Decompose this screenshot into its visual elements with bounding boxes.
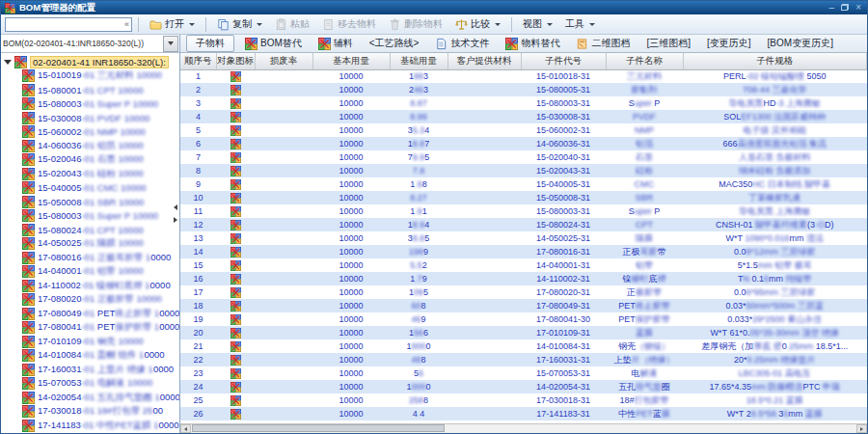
tree-item[interactable]: 15-020046-01 石墨 10000 [1, 153, 179, 168]
col-header-part-code[interactable]: 子件代号 [521, 53, 606, 69]
cell-basic-qty: 10000 [312, 96, 390, 110]
col-header-part-name[interactable]: 子件名称 [606, 53, 683, 69]
minimize-button[interactable]: – [829, 3, 835, 13]
scrollbar-track[interactable] [191, 424, 856, 433]
tree-item[interactable]: 14-010084-01 盖帽 组件 10000 [1, 349, 179, 364]
copy-button[interactable]: 复制 [212, 15, 267, 33]
col-header-customer-material[interactable]: 客户提供材料 [448, 53, 521, 69]
table-row[interactable]: 10100008.2715-050008-31SBR丁苯橡胶乳液 [180, 191, 867, 204]
col-header-part-spec[interactable]: 子件规格 [683, 53, 867, 69]
toolbar-separator [205, 17, 206, 32]
tree-item[interactable]: 15-070053-01 电解液 10000 [1, 377, 179, 392]
tree-item[interactable]: 15-050008-01 SBR 10000 [1, 195, 179, 209]
tree-item[interactable]: 15-040005-01 CMC 10000 [1, 181, 179, 196]
bom-icon [231, 409, 241, 420]
tools-button[interactable]: 工具 [560, 15, 600, 33]
col-header-object-icon[interactable]: 对象图标 [216, 53, 255, 69]
table-row[interactable]: 4100008.9915-030008-31PVDFSOLEF1300 法国苏威… [180, 110, 867, 123]
tree-item[interactable]: 17-080041-01 PET保护胶带 10000 [1, 321, 179, 336]
splitter-expand-right-arrow[interactable] [174, 217, 177, 223]
tree-item[interactable]: 15-080024-01 CPT 10000 [1, 223, 179, 237]
tree-item[interactable]: 17-030018-01 18#打包带 2500 [1, 405, 179, 420]
cell-object-icon [216, 353, 255, 366]
tree-item[interactable]: 17-160031-01 上垫片 绝缘 10000 [1, 363, 179, 377]
table-row[interactable]: 131000038.8514-050025-31隔膜W*T 1090*0.016… [180, 231, 867, 245]
tree-item[interactable]: 14-040001-01 铝带 10000 [1, 265, 179, 280]
bom-selector[interactable]: BOM(02-020401-41:INR18650-320(L)) [1, 39, 163, 48]
table-row[interactable]: 11100001.9115-080003-31Super P导电炭黑 上海腾敏 [180, 204, 867, 218]
close-button[interactable]: × [855, 3, 861, 13]
tab-7[interactable]: [三维图档] [640, 36, 696, 51]
collapse-chevron-icon[interactable]: « [124, 20, 129, 29]
scroll-right-button[interactable] [856, 424, 867, 433]
tree-item[interactable]: 17-141183-01 中性PET蓝膜 10000 [1, 419, 179, 433]
tab-3[interactable]: <工艺路线> [364, 36, 425, 51]
tree-item[interactable]: 17-080020-01 正极胶带 10000 [1, 293, 179, 308]
tree-root-node[interactable]: 02-020401-41 INR18650-320(L): [1, 55, 179, 69]
tree-item[interactable]: 15-030008-01 PVDF 10000 [1, 111, 179, 125]
restore-button[interactable] [841, 3, 849, 13]
table-row[interactable]: 51000035.3415-060002-31NMP电子级 滨州裕能 [180, 123, 867, 137]
table-row[interactable]: 23100005615-070053-31电解液LBC305-01 高电压 [180, 366, 867, 380]
table-row[interactable]: 71000079.9515-020040-31石墨人造石墨 负极材料 [180, 150, 867, 164]
scroll-left-button[interactable] [180, 424, 191, 433]
tree-item[interactable]: 15-020043-01 硅粉 10000 [1, 167, 179, 181]
table-row[interactable]: 9100001.9815-040005-31CMCMAC350HC 日本制纸 羧… [180, 177, 867, 191]
horizontal-scrollbar[interactable] [180, 423, 867, 433]
table-row[interactable]: 121000018.9415-080024-31CPTCNSH-01 羧甲基纤维… [180, 218, 867, 231]
table-row[interactable]: 15100005.5214-040001-31铝带5*1.5mm 铝带 极耳 [180, 258, 867, 272]
splitter-collapse-left-arrow[interactable] [174, 204, 177, 210]
tab-2[interactable]: 辅料 [312, 36, 359, 51]
table-row[interactable]: 3100008.8715-080003-31Super P导电炭黑HD-3 上海… [180, 96, 867, 110]
table-row[interactable]: 21100001000014-010084-31钢壳（镀镍）差厚钢壳（加厚底 壁… [180, 339, 867, 353]
table-row[interactable]: 26100004.417-141183-31中性PET蓝膜W*T 28.5*58… [180, 407, 867, 420]
col-header-scrap-rate[interactable]: 损废率 [255, 53, 312, 69]
tab-6[interactable]: 二维图档 [570, 36, 636, 51]
tree-item[interactable]: 17-080016-01 正极耳胶带 10000 [1, 251, 179, 265]
table-row[interactable]: 2010000156617-010109-31蓝膜W*T 61*0.05*35-… [180, 326, 867, 339]
tab-4[interactable]: 技术文件 [429, 36, 495, 51]
open-button[interactable]: 打开 [145, 15, 200, 33]
table-row[interactable]: 110000188315-010018-31三元材料PERL-02 镍钴锰酸锂 … [180, 69, 867, 83]
table-row[interactable]: 1710000109517-080020-31正极胶带0.06*95mm 三层绿… [180, 285, 867, 299]
tab-5[interactable]: 物料替代 [500, 36, 565, 51]
table-row[interactable]: 191000046917-080041-30PET保护胶带0.033*29*25… [180, 312, 867, 326]
tree-item[interactable]: 15-080001-01 CPT 10000 [1, 83, 179, 97]
tree-item[interactable]: 14-110002-01 镍铆钉底焊 10000 [1, 279, 179, 293]
table-row[interactable]: 2510000258817-030018-3118#打包胶带18.5*0.21 … [180, 393, 867, 407]
table-row[interactable]: 61000018.8714-060036-31铝箔666高强度双面光铝箔 集流 [180, 137, 867, 150]
cell-part-code: 15-020040-31 [521, 150, 606, 164]
table-row[interactable]: 16100001.7914-110002-31镍铆钉底焊TN 0.16mm 纯镍… [180, 272, 867, 285]
table-row[interactable]: 210000246315-080005-31胶黏剂708-44 三菱化学 [180, 83, 867, 96]
tree-item[interactable]: 15-060002-01 NMP 10000 [1, 125, 179, 140]
scrollbar-thumb[interactable] [192, 424, 445, 432]
table-row[interactable]: 181000060817-080049-31PET终止胶带0.03*50mm*5… [180, 299, 867, 312]
col-header-basic-qty[interactable]: 基本用量 [312, 53, 390, 69]
tab-8[interactable]: [变更历史] [701, 36, 757, 51]
tree-item[interactable]: 15-080003-01 Super P 10000 [1, 97, 179, 112]
tree-expander-icon[interactable] [4, 60, 12, 65]
col-header-seq[interactable]: 顺序号 [180, 53, 216, 69]
tree-item[interactable]: 14-060036-01 铝箔 10000 [1, 139, 179, 153]
bom-icon [231, 125, 241, 136]
table-row[interactable]: 1410000198917-080016-31正极耳胶带0.08*12mm 三层… [180, 245, 867, 258]
tree-item[interactable]: 17-080049-01 PET终止胶带 10000 [1, 307, 179, 321]
view-button[interactable]: 视图 [518, 15, 557, 33]
tab-9[interactable]: [BOM变更历史] [762, 36, 839, 51]
tab-0[interactable]: 子物料 [186, 35, 234, 52]
cell-seq: 18 [180, 299, 216, 312]
tree-item[interactable]: 15-080003-01 Super P 10000 [1, 209, 179, 224]
tree-item[interactable]: 14-050025-01 隔膜 10000 [1, 237, 179, 252]
cell-object-icon [216, 164, 255, 177]
table-row[interactable]: 8100007.815-020043-31硅粉纳米硅粉 负极添加 [180, 164, 867, 177]
bom-selector-dropdown-button[interactable] [163, 36, 178, 52]
tree-item[interactable]: 17-010109-01 钢壳 10000 [1, 335, 179, 349]
material-search-input[interactable] [8, 19, 124, 29]
table-row[interactable]: 221000048817-160031-31上垫片（绝缘）20*0.25mm 绝… [180, 353, 867, 366]
tree-item[interactable]: 14-020054-01 五孔排气垫圈 10000 [1, 391, 179, 405]
col-header-base-qty[interactable]: 基础用量 [390, 53, 448, 69]
tab-1[interactable]: BOM替代 [239, 36, 308, 51]
compare-button[interactable]: 比较 [450, 15, 505, 33]
table-row[interactable]: 24100001000014-020054-31五孔排气垫圈17.65*4.35… [180, 380, 867, 393]
tree-item[interactable]: 15-010019-01 三元材料 10000 [1, 69, 179, 84]
